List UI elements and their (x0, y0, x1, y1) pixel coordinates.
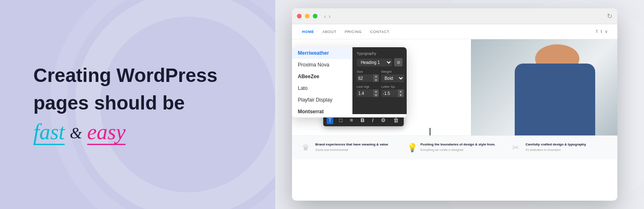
feature-title-2: Pushing the boundaries of design & style… (420, 143, 496, 147)
nav-pricing[interactable]: PRICING (345, 30, 362, 34)
lettersp-spinners: ▲ ▼ (398, 89, 403, 97)
feature-text-2: Pushing the boundaries of design & style… (420, 143, 496, 153)
dot-red[interactable] (297, 14, 302, 18)
nav-contact[interactable]: CONTACT (370, 30, 390, 34)
left-panel: Creating WordPress pages should be fast … (0, 0, 275, 209)
feature-item-2: 💡 Pushing the boundaries of design & sty… (407, 143, 502, 153)
person-shirt (515, 64, 595, 136)
size-label: Size (357, 70, 379, 74)
browser-chrome: ‹ › ↻ (292, 8, 617, 24)
size-spinners: ▲ ▼ (373, 74, 379, 82)
word-easy: easy (87, 121, 126, 145)
typography-grid: Size ▲ ▼ Weight (357, 70, 402, 97)
feature-item-3: ✂ Carefully crafted design & typography … (512, 143, 607, 153)
weight-select[interactable]: Bold (381, 74, 404, 82)
refresh-icon[interactable]: ↻ (607, 12, 612, 20)
lettersp-input[interactable] (381, 90, 398, 97)
social-vine[interactable]: v (605, 29, 607, 34)
nav-home[interactable]: HOME (302, 30, 314, 34)
word-fast: fast (33, 121, 65, 145)
nav-social: f t v (596, 29, 607, 34)
headline-line2: pages should be (33, 92, 217, 115)
typography-label: Typography (357, 51, 402, 56)
linehgt-field: ▲ ▼ (357, 89, 379, 97)
back-arrow[interactable]: ‹ (324, 13, 326, 20)
feature-desc-3: It's dedication to innovation (526, 148, 586, 152)
lettersp-field-group: Letter Sp. ▲ ▼ (381, 85, 404, 97)
fast-easy-line: fast & easy (33, 121, 217, 145)
feature-icon-3: ✂ (512, 143, 522, 153)
font-abeezee[interactable]: ABeeZee (292, 71, 352, 82)
left-content: Creating WordPress pages should be fast … (0, 64, 217, 145)
features-section: ♛ Brand experiences that have meaning & … (292, 135, 617, 159)
forward-arrow[interactable]: › (329, 13, 331, 20)
heading-row: Heading 1 ⚙ (357, 58, 402, 66)
font-panel: Merriweather Proxima Nova ABeeZee Lato P… (292, 47, 407, 117)
typography-panel: Typography Heading 1 ⚙ Size (352, 47, 407, 114)
font-lato[interactable]: Lato (292, 82, 352, 94)
feature-title-1: Brand experiences that have meaning & va… (315, 143, 388, 147)
text-cursor (430, 128, 430, 135)
font-merriweather[interactable]: Merriweather (292, 47, 352, 59)
feature-icon-1: ♛ (302, 143, 312, 153)
linehgt-down-button[interactable]: ▼ (373, 93, 379, 97)
weight-label: Weight (381, 70, 404, 74)
feature-desc-1: Social and environmental (315, 148, 388, 152)
lettersp-up-button[interactable]: ▲ (398, 89, 403, 93)
social-facebook[interactable]: f (596, 29, 597, 34)
dot-yellow[interactable] (305, 14, 309, 18)
linehgt-field-group: Line Hgt. ▲ ▼ (357, 85, 379, 97)
feature-text-1: Brand experiences that have meaning & va… (315, 143, 388, 153)
typography-gear-button[interactable]: ⚙ (394, 58, 402, 66)
font-montserrat[interactable]: Montserrat (292, 106, 352, 117)
size-field: ▲ ▼ (357, 74, 379, 82)
browser-window: ‹ › ↻ HOME ABOUT PRICING CONTACT f t v (292, 8, 617, 201)
linehgt-up-button[interactable]: ▲ (373, 89, 379, 93)
headline-line1: Creating WordPress (33, 64, 217, 87)
size-down-button[interactable]: ▼ (373, 78, 379, 82)
nav-links: HOME ABOUT PRICING CONTACT (302, 30, 390, 34)
heading-select[interactable]: Heading 1 (357, 59, 392, 66)
social-twitter[interactable]: t (601, 29, 602, 34)
website-content: HOME ABOUT PRICING CONTACT f t v Strengh… (292, 24, 617, 201)
dot-green[interactable] (313, 14, 317, 18)
font-playfair-display[interactable]: Playfair Display (292, 94, 352, 106)
feature-desc-2: Everything we create is designed (420, 148, 496, 152)
font-proxima-nova[interactable]: Proxima Nova (292, 59, 352, 71)
nav-about[interactable]: ABOUT (322, 30, 337, 34)
feature-item-1: ♛ Brand experiences that have meaning & … (302, 143, 397, 153)
browser-nav: ‹ › (324, 13, 330, 20)
linehgt-label: Line Hgt. (357, 85, 379, 89)
ampersand: & (70, 125, 82, 141)
font-list: Merriweather Proxima Nova ABeeZee Lato P… (292, 47, 352, 117)
size-input[interactable] (357, 75, 373, 82)
feature-text-3: Carefully crafted design & typography It… (526, 143, 586, 153)
size-field-group: Size ▲ ▼ (357, 70, 379, 82)
linehgt-input[interactable] (357, 90, 373, 97)
size-up-button[interactable]: ▲ (373, 74, 379, 78)
weight-field: Bold (381, 74, 404, 82)
feature-icon-2: 💡 (407, 143, 417, 153)
feature-title-3: Carefully crafted design & typography (526, 143, 586, 147)
right-panel: ‹ › ↻ HOME ABOUT PRICING CONTACT f t v (275, 0, 644, 209)
lettersp-field: ▲ ▼ (381, 89, 404, 97)
lettersp-down-button[interactable]: ▼ (398, 93, 403, 97)
weight-field-group: Weight Bold (381, 70, 404, 82)
site-nav: HOME ABOUT PRICING CONTACT f t v (292, 24, 617, 39)
linehgt-spinners: ▲ ▼ (373, 89, 379, 97)
lettersp-label: Letter Sp. (381, 85, 404, 89)
hero-image (471, 39, 617, 135)
person-image (471, 39, 617, 135)
